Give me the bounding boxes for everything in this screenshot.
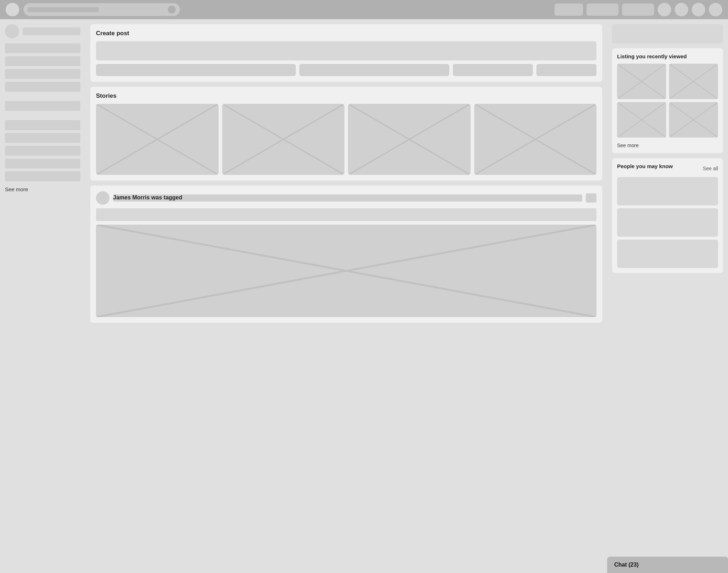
left-sidebar: See more — [0, 24, 85, 323]
sidebar-item-1[interactable] — [5, 43, 80, 53]
top-navigation — [0, 0, 728, 19]
sidebar-item-10[interactable] — [5, 171, 80, 181]
story-card-2[interactable] — [222, 104, 345, 175]
people-card: People you may know See all — [612, 158, 723, 273]
people-title: People you may know — [617, 163, 673, 169]
post-text-content — [96, 208, 596, 221]
sidebar-see-more[interactable]: See more — [5, 186, 80, 192]
topnav-right — [555, 3, 722, 16]
listings-see-more[interactable]: See more — [617, 141, 718, 148]
create-post-title: Create post — [96, 30, 596, 37]
story-card-1[interactable] — [96, 104, 219, 175]
listing-thumb-3[interactable] — [617, 102, 666, 138]
create-post-actions — [96, 64, 596, 76]
people-see-all[interactable]: See all — [703, 166, 718, 171]
people-header: People you may know See all — [617, 163, 718, 173]
create-post-input[interactable] — [96, 41, 596, 60]
stories-title: Stories — [96, 92, 596, 100]
create-post-btn-feeling[interactable] — [453, 64, 533, 76]
topnav-button-2[interactable] — [587, 4, 619, 16]
listings-title: Listing you recently viewed — [617, 53, 718, 59]
people-suggestion-2[interactable] — [617, 208, 718, 237]
create-post-card: Create post — [90, 24, 602, 82]
post-author-name: James Morris was tagged — [113, 194, 582, 202]
main-layout: See more Create post Stories — [0, 19, 728, 323]
topnav-button-1[interactable] — [555, 4, 583, 16]
people-suggestion-1[interactable] — [617, 177, 718, 205]
stories-grid — [96, 104, 596, 175]
create-post-btn-photo[interactable] — [96, 64, 296, 76]
topnav-profile-3[interactable] — [692, 3, 705, 16]
topnav-profile-1[interactable] — [658, 3, 671, 16]
search-icon[interactable] — [168, 6, 176, 14]
sidebar-item-9[interactable] — [5, 159, 80, 168]
sidebar-item-8[interactable] — [5, 146, 80, 156]
post-avatar — [96, 191, 109, 205]
listing-thumb-4[interactable] — [669, 102, 718, 138]
sidebar-username-bar — [23, 27, 80, 35]
sidebar-item-4[interactable] — [5, 82, 80, 92]
sidebar-item-7[interactable] — [5, 133, 80, 143]
post-image — [96, 225, 596, 317]
topnav-profile-2[interactable] — [675, 3, 688, 16]
tagged-post-card: James Morris was tagged — [90, 186, 602, 323]
sidebar-avatar[interactable] — [5, 24, 19, 38]
sidebar-divider-1 — [5, 95, 80, 98]
story-card-3[interactable] — [348, 104, 471, 175]
center-feed: Create post Stories — [85, 24, 607, 323]
right-sidebar: Listing you recently viewed — [607, 24, 728, 323]
create-post-btn-more[interactable] — [536, 64, 596, 76]
story-card-4[interactable] — [474, 104, 597, 175]
search-input-placeholder — [28, 7, 99, 12]
sidebar-profile-row — [5, 24, 80, 38]
search-bar[interactable] — [23, 3, 180, 16]
sidebar-item-5[interactable] — [5, 101, 80, 111]
sidebar-item-3[interactable] — [5, 69, 80, 79]
post-header: James Morris was tagged — [96, 191, 596, 205]
people-suggestion-3[interactable] — [617, 240, 718, 268]
topnav-button-3[interactable] — [622, 4, 654, 16]
listings-grid — [617, 64, 718, 138]
stories-card: Stories — [90, 87, 602, 181]
sidebar-divider-2 — [5, 114, 80, 117]
topnav-profile-4[interactable] — [709, 3, 722, 16]
post-title-text: James Morris was tagged — [113, 194, 182, 200]
create-post-btn-video[interactable] — [299, 64, 449, 76]
listings-card: Listing you recently viewed — [612, 48, 723, 153]
listing-thumb-1[interactable] — [617, 64, 666, 99]
logo-avatar[interactable] — [6, 3, 19, 16]
post-menu-button[interactable] — [586, 193, 596, 203]
listing-thumb-2[interactable] — [669, 64, 718, 99]
sidebar-item-6[interactable] — [5, 120, 80, 130]
sidebar-item-2[interactable] — [5, 56, 80, 66]
right-top-bar — [612, 24, 723, 43]
